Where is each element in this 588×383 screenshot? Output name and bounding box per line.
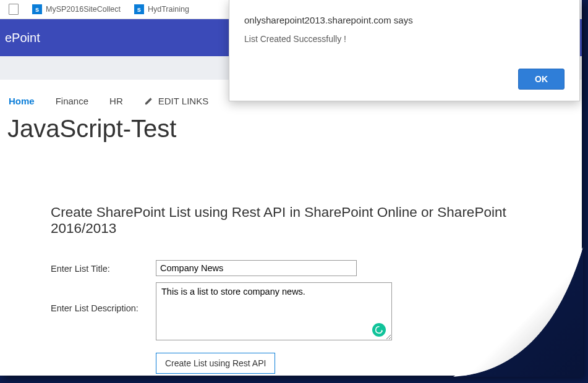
create-list-button[interactable]: Create List using Rest API [156, 353, 275, 374]
page-title: JavaScript-Test [0, 112, 582, 148]
grammarly-icon[interactable] [372, 323, 386, 337]
nav-edit-links-label: EDIT LINKS [158, 96, 208, 106]
browser-tab-2[interactable]: s HydTraining [134, 4, 189, 14]
nav-home[interactable]: Home [9, 96, 35, 106]
browser-tab-1[interactable]: s MySP2016SiteCollect [32, 4, 121, 14]
blank-page-icon [9, 4, 19, 15]
alert-message: List Created Successfully ! [244, 34, 565, 44]
alert-origin: onlysharepoint2013.sharepoint.com says [244, 15, 565, 25]
list-title-label: Enter List Title: [51, 260, 156, 274]
nav-hr[interactable]: HR [109, 96, 123, 106]
js-alert-dialog: onlysharepoint2013.sharepoint.com says L… [229, 0, 580, 101]
sharepoint-badge-icon: s [134, 4, 144, 14]
browser-tab-1-label: MySP2016SiteCollect [46, 5, 121, 14]
alert-ok-button[interactable]: OK [518, 69, 565, 90]
list-title-input[interactable] [156, 260, 357, 276]
list-desc-label: Enter List Description: [51, 282, 156, 313]
sharepoint-badge-icon: s [32, 4, 42, 14]
nav-edit-links[interactable]: EDIT LINKS [144, 96, 208, 106]
suite-bar-title: ePoint [5, 31, 40, 45]
browser-tab-2-label: HydTraining [148, 5, 189, 14]
main-content: Create SharePoint List using Rest API in… [0, 148, 582, 374]
pencil-icon [144, 96, 153, 106]
list-desc-textarea[interactable] [156, 282, 392, 340]
nav-finance[interactable]: Finance [56, 96, 88, 106]
form-heading: Create SharePoint List using Rest API in… [51, 204, 557, 237]
